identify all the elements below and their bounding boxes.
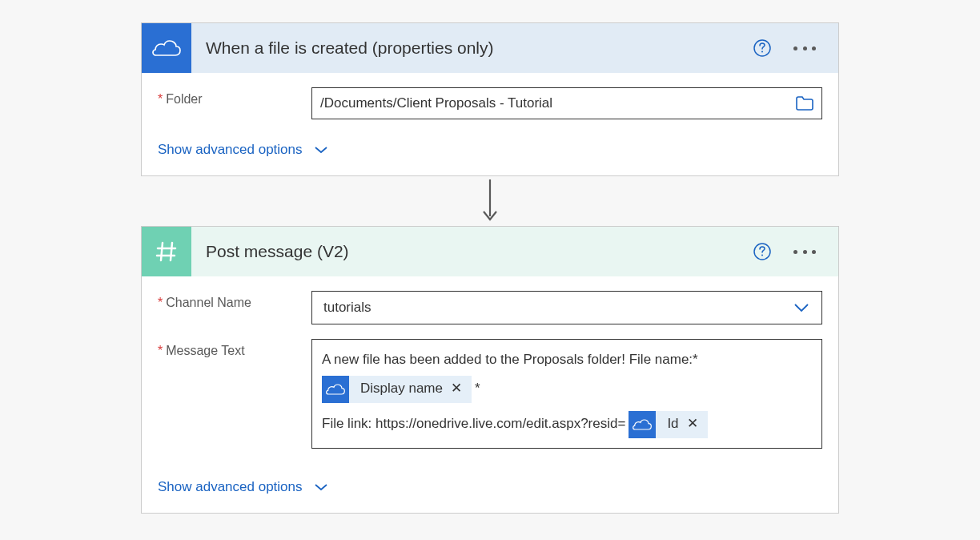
- token-remove-icon[interactable]: ✕: [687, 412, 708, 437]
- cloud-icon: [325, 383, 346, 396]
- slack-icon-box: [142, 227, 191, 276]
- required-marker: *: [158, 344, 163, 357]
- onedrive-token-icon-box: [322, 376, 349, 403]
- help-icon[interactable]: [753, 243, 771, 260]
- chevron-down-icon: [314, 146, 328, 154]
- show-advanced-action[interactable]: Show advanced options: [158, 471, 328, 500]
- action-card: Post message (V2) *Channel Name tutorial…: [141, 226, 839, 514]
- message-row: *Message Text A new file has been added …: [158, 339, 822, 449]
- message-text-input[interactable]: A new file has been added to the Proposa…: [311, 339, 822, 449]
- folder-input[interactable]: /Documents/Client Proposals - Tutorial: [311, 87, 822, 119]
- chevron-down-icon: [314, 483, 328, 491]
- channel-select[interactable]: tutorials: [311, 291, 822, 324]
- message-text-segment: A new file has been added to the Proposa…: [322, 348, 698, 373]
- folder-row: *Folder /Documents/Client Proposals - Tu…: [158, 87, 822, 119]
- onedrive-token-icon-box: [629, 411, 656, 438]
- trigger-title: When a file is created (properties only): [191, 38, 753, 58]
- cloud-icon: [151, 38, 182, 58]
- folder-label: *Folder: [158, 87, 311, 107]
- folder-picker-icon[interactable]: [796, 96, 813, 111]
- action-body: *Channel Name tutorials *Message Text A …: [142, 276, 838, 513]
- more-icon[interactable]: [793, 46, 816, 50]
- token-label: Display name: [349, 377, 451, 401]
- onedrive-icon-box: [142, 23, 191, 73]
- chevron-down-icon: [793, 303, 810, 312]
- svg-point-1: [761, 51, 763, 53]
- message-text-segment: *: [475, 377, 480, 401]
- dynamic-token-id[interactable]: Id ✕: [629, 411, 707, 438]
- message-text-segment: File link: https://onedrive.live.com/edi…: [322, 412, 625, 437]
- channel-row: *Channel Name tutorials: [158, 291, 822, 324]
- hash-icon: [154, 239, 179, 264]
- token-remove-icon[interactable]: ✕: [451, 377, 472, 401]
- show-advanced-trigger[interactable]: Show advanced options: [158, 134, 328, 163]
- help-icon[interactable]: [753, 39, 771, 57]
- token-label: Id: [656, 412, 686, 437]
- message-label: *Message Text: [158, 339, 311, 358]
- trigger-header[interactable]: When a file is created (properties only): [142, 23, 838, 73]
- svg-line-4: [171, 243, 172, 260]
- channel-value: tutorials: [323, 300, 793, 316]
- action-title: Post message (V2): [191, 242, 753, 261]
- folder-value: /Documents/Client Proposals - Tutorial: [320, 95, 796, 111]
- trigger-body: *Folder /Documents/Client Proposals - Tu…: [142, 73, 838, 175]
- svg-line-3: [161, 243, 163, 260]
- required-marker: *: [158, 296, 163, 309]
- flow-arrow: [480, 176, 500, 226]
- more-icon[interactable]: [793, 249, 816, 254]
- channel-label: *Channel Name: [158, 291, 311, 310]
- svg-point-8: [761, 255, 763, 256]
- action-header[interactable]: Post message (V2): [142, 227, 838, 276]
- required-marker: *: [158, 92, 163, 106]
- cloud-icon: [632, 418, 653, 431]
- trigger-card: When a file is created (properties only)…: [141, 22, 839, 176]
- dynamic-token-display-name[interactable]: Display name ✕: [322, 376, 472, 403]
